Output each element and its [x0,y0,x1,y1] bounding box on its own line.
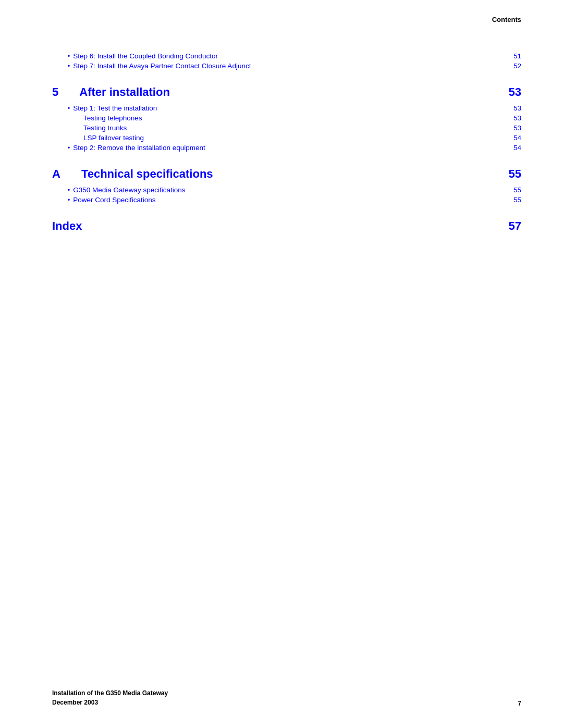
section-a-page: 55 [495,167,521,181]
toc-text-step1: Step 1: Test the installation [73,104,157,112]
footer-left: Installation of the G350 Media Gateway D… [52,688,168,707]
prev-section-items: • Step 6: Install the Coupled Bonding Co… [52,52,521,70]
bullet-icon-power-cord: • [68,196,70,204]
toc-page-g350-specs: 55 [506,186,521,194]
section-a-number: A [52,167,60,181]
toc-text-step2: Step 2: Remove the installation equipmen… [73,144,205,152]
footer-title-line1: Installation of the G350 Media Gateway [52,688,168,698]
toc-page-step1: 53 [506,104,521,112]
toc-text-g350-specs: G350 Media Gateway specifications [73,186,185,194]
footer-page-number: 7 [518,700,521,707]
section-a-header: A Technical specifications 55 [52,167,521,181]
section-5-page: 53 [495,85,521,99]
toc-text-power-cord: Power Cord Specifications [73,196,155,204]
toc-text-testing-trunks: Testing trunks [83,124,127,132]
section-a-title[interactable]: Technical specifications [81,167,213,181]
header-contents-label: Contents [492,16,521,23]
toc-text-step6: Step 6: Install the Coupled Bonding Cond… [73,52,218,60]
toc-item-step2[interactable]: • Step 2: Remove the installation equipm… [52,144,521,152]
toc-item-testing-telephones[interactable]: Testing telephones 53 [52,114,521,122]
toc-page-testing-telephones: 53 [506,114,521,122]
toc-item-testing-trunks[interactable]: Testing trunks 53 [52,124,521,132]
bullet-icon-step6: • [68,53,70,60]
bullet-icon-g350: • [68,187,70,194]
toc-page-testing-trunks: 53 [506,124,521,132]
toc-item-step6[interactable]: • Step 6: Install the Coupled Bonding Co… [52,52,521,60]
index-section: Index 57 [52,219,521,233]
section-5-number: 5 [52,85,58,99]
toc-container: • Step 6: Install the Coupled Bonding Co… [52,52,521,233]
toc-page-power-cord: 55 [506,196,521,204]
toc-page-step2: 54 [506,144,521,152]
section-5-header: 5 After installation 53 [52,85,521,99]
section-5: 5 After installation 53 • Step 1: Test t… [52,85,521,152]
toc-page-step7: 52 [506,62,521,70]
bullet-icon-step2: • [68,144,70,152]
toc-text-lsp-failover: LSP failover testing [83,134,144,142]
section-5-title[interactable]: After installation [79,85,170,99]
footer: Installation of the G350 Media Gateway D… [52,688,521,707]
bullet-icon-step1: • [68,105,70,112]
toc-text-testing-telephones: Testing telephones [83,114,142,122]
toc-page-lsp-failover: 54 [506,134,521,142]
toc-item-step1[interactable]: • Step 1: Test the installation 53 [52,104,521,112]
toc-item-g350-specs[interactable]: • G350 Media Gateway specifications 55 [52,186,521,194]
toc-item-step7[interactable]: • Step 7: Install the Avaya Partner Cont… [52,62,521,70]
section-a: A Technical specifications 55 • G350 Med… [52,167,521,204]
index-page: 57 [495,219,521,233]
footer-title-line2: December 2003 [52,698,168,707]
page: Contents • Step 6: Install the Coupled B… [0,0,563,728]
toc-page-step6: 51 [506,52,521,60]
bullet-icon-step7: • [68,63,70,70]
toc-item-lsp-failover[interactable]: LSP failover testing 54 [52,134,521,142]
index-header: Index 57 [52,219,521,233]
toc-item-power-cord[interactable]: • Power Cord Specifications 55 [52,196,521,204]
index-title[interactable]: Index [52,219,82,233]
toc-text-step7: Step 7: Install the Avaya Partner Contac… [73,62,251,70]
